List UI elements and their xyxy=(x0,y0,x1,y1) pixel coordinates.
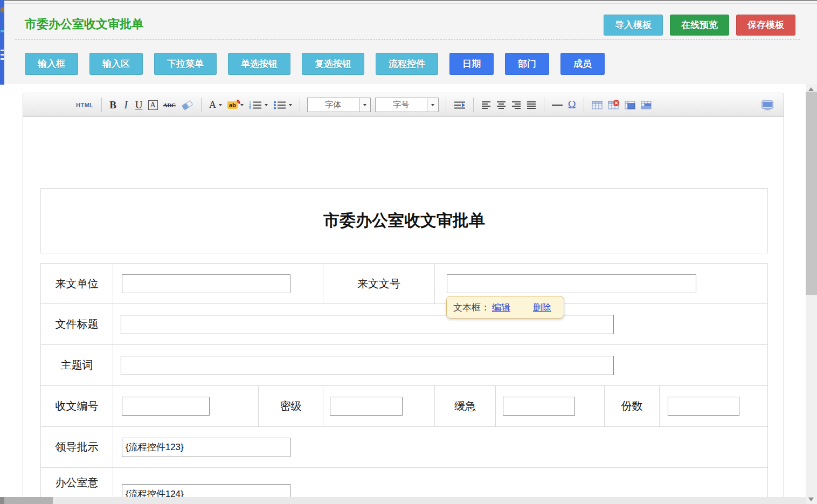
row-properties-button[interactable] xyxy=(638,97,654,113)
field-label: 领导批示 xyxy=(41,427,113,467)
chevron-down-icon xyxy=(265,104,268,106)
field-cell xyxy=(323,386,434,426)
leader-instructions-input[interactable] xyxy=(122,438,290,457)
edit-widget-link[interactable]: 编辑 xyxy=(492,301,510,314)
add-flow-control-button[interactable]: 流程控件 xyxy=(376,53,438,75)
table-row: 领导批示 xyxy=(41,426,767,467)
row-properties-icon xyxy=(641,101,652,109)
field-label: 来文单位 xyxy=(41,264,113,303)
italic-button[interactable]: I xyxy=(120,97,133,113)
delete-table-icon xyxy=(608,100,619,109)
add-input-box-button[interactable]: 输入框 xyxy=(25,53,78,75)
delete-widget-link[interactable]: 删除 xyxy=(533,301,551,314)
field-cell xyxy=(113,264,323,303)
strikethrough-button[interactable]: ABC xyxy=(161,97,178,113)
highlight-icon: ab✎ xyxy=(227,101,238,109)
form-table: 来文单位 来文文号 文件标题 主题词 xyxy=(40,263,768,504)
field-cell xyxy=(495,386,604,426)
vertical-scrollbar[interactable] xyxy=(806,84,817,504)
field-label: 来文文号 xyxy=(323,264,434,303)
unordered-list-button[interactable] xyxy=(271,97,295,113)
online-preview-button[interactable]: 在线预览 xyxy=(670,15,729,36)
fullscreen-button[interactable] xyxy=(759,97,776,113)
page-title: 市委办公室收文审批单 xyxy=(25,16,143,32)
border-text-button[interactable]: A xyxy=(146,97,161,113)
html-source-button[interactable]: HTML xyxy=(73,97,96,113)
align-justify-button[interactable] xyxy=(524,97,539,113)
add-department-button[interactable]: 部门 xyxy=(505,53,549,75)
special-char-button[interactable]: Ω xyxy=(565,97,579,113)
align-center-icon xyxy=(496,101,506,109)
insert-table-icon xyxy=(592,101,603,109)
subject-words-input[interactable] xyxy=(121,356,614,375)
svg-text:3: 3 xyxy=(249,107,251,110)
field-cell xyxy=(113,427,767,467)
align-left-icon xyxy=(481,101,491,109)
field-label: 主题词 xyxy=(41,345,113,385)
indent-button[interactable] xyxy=(451,97,468,113)
widget-button-row: 输入框 输入区 下拉菜单 单选按钮 复选按钮 流程控件 日期 部门 成员 xyxy=(25,53,605,75)
cell-properties-icon xyxy=(625,101,635,109)
form-title: 市委办公室收文审批单 xyxy=(323,210,485,232)
align-right-icon xyxy=(511,101,521,109)
copies-input[interactable] xyxy=(668,397,739,416)
add-member-button[interactable]: 成员 xyxy=(560,53,605,75)
highlight-color-button[interactable]: ab✎ xyxy=(225,97,246,113)
header: 市委办公室收文审批单 导入模板 在线预览 保存模板 输入框 输入区 下拉菜单 单… xyxy=(0,0,817,84)
horizontal-scrollbar[interactable] xyxy=(0,497,806,504)
background-window-sliver xyxy=(0,0,4,85)
add-checkbox-button[interactable]: 复选按钮 xyxy=(302,53,364,75)
secrecy-level-input[interactable] xyxy=(330,397,403,416)
align-right-button[interactable] xyxy=(509,97,524,113)
vertical-scrollbar-thumb[interactable] xyxy=(806,92,817,295)
delete-table-button[interactable] xyxy=(605,97,622,113)
add-dropdown-button[interactable]: 下拉菜单 xyxy=(154,53,217,75)
field-label: 收文编号 xyxy=(41,386,113,426)
chevron-down-icon xyxy=(363,104,366,106)
horizontal-rule-button[interactable] xyxy=(549,97,565,113)
widget-action-tooltip: 文本框： 编辑 删除 xyxy=(446,296,564,319)
add-textarea-button[interactable]: 输入区 xyxy=(89,53,143,75)
chevron-down-icon xyxy=(289,104,292,106)
add-date-button[interactable]: 日期 xyxy=(449,53,494,75)
urgency-input[interactable] xyxy=(503,397,575,416)
table-row: 主题词 xyxy=(41,344,767,385)
align-left-button[interactable] xyxy=(479,97,494,113)
rich-text-editor-panel: HTML B I U A ABC A ab✎ xyxy=(23,93,784,504)
save-template-button[interactable]: 保存模板 xyxy=(736,15,795,36)
add-radio-button[interactable]: 单选按钮 xyxy=(228,53,290,75)
table-row: 收文编号 密级 缓急 份数 xyxy=(41,385,767,426)
font-size-select[interactable]: 字号 xyxy=(375,98,439,112)
font-color-button[interactable]: A xyxy=(206,97,225,113)
insert-table-button[interactable] xyxy=(589,97,605,113)
receipt-number-input[interactable] xyxy=(122,397,210,416)
fullscreen-icon xyxy=(761,100,773,111)
field-label: 密级 xyxy=(258,386,323,426)
horizontal-scrollbar-thumb[interactable] xyxy=(4,497,53,504)
eraser-icon xyxy=(181,100,193,111)
table-row: 文件标题 xyxy=(41,303,767,344)
editor-toolbar: HTML B I U A ABC A ab✎ xyxy=(23,93,784,117)
remove-format-button[interactable] xyxy=(178,97,196,113)
field-label: 份数 xyxy=(604,386,659,426)
source-doc-number-input[interactable] xyxy=(447,274,696,293)
underline-button[interactable]: U xyxy=(133,97,146,113)
scroll-up-icon[interactable] xyxy=(808,87,814,91)
field-label: 文件标题 xyxy=(41,304,113,344)
page: 市委办公室收文审批单 导入模板 在线预览 保存模板 输入框 输入区 下拉菜单 单… xyxy=(0,0,817,504)
horizontal-rule-icon xyxy=(552,105,563,106)
chevron-down-icon xyxy=(219,104,222,106)
cell-properties-button[interactable] xyxy=(622,97,638,113)
import-template-button[interactable]: 导入模板 xyxy=(604,15,663,36)
font-family-select[interactable]: 字体 xyxy=(307,98,371,112)
scroll-down-icon[interactable] xyxy=(808,498,814,501)
field-label: 缓急 xyxy=(434,386,495,426)
field-cell xyxy=(659,386,767,426)
align-center-button[interactable] xyxy=(494,97,509,113)
ordered-list-button[interactable]: 1 2 3 xyxy=(246,97,271,113)
chevron-down-icon xyxy=(431,104,434,106)
ordered-list-icon: 1 2 3 xyxy=(249,100,262,109)
bold-button[interactable]: B xyxy=(107,97,120,113)
editor-content[interactable]: 市委办公室收文审批单 来文单位 来文文号 文件标题 xyxy=(23,117,784,504)
source-unit-input[interactable] xyxy=(122,274,290,293)
